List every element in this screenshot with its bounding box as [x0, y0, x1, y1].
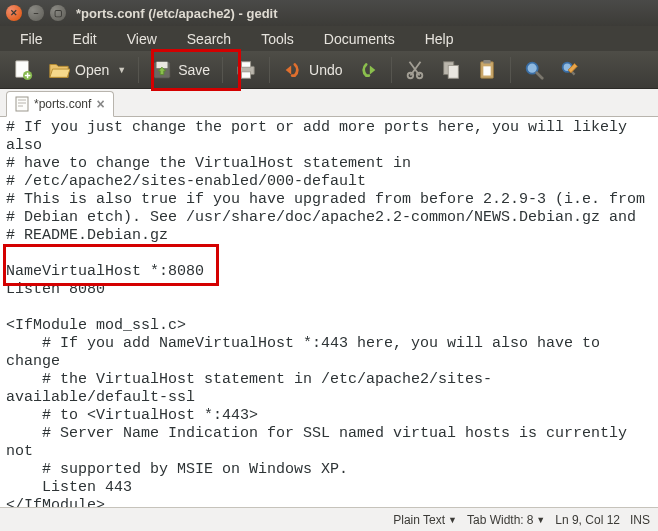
syntax-label: Plain Text [393, 513, 445, 527]
find-button[interactable] [517, 55, 551, 85]
paste-icon [476, 59, 498, 81]
cut-icon [404, 59, 426, 81]
document-tab[interactable]: *ports.conf × [6, 91, 114, 117]
window-titlebar: ✕ – ▢ *ports.conf (/etc/apache2) - gedit [0, 0, 658, 26]
svg-rect-10 [448, 65, 458, 78]
toolbar-separator [510, 57, 511, 83]
open-button[interactable]: Open ▼ [42, 55, 132, 85]
save-button[interactable]: Save [145, 55, 216, 85]
close-window-button[interactable]: ✕ [6, 5, 22, 21]
toolbar-separator [391, 57, 392, 83]
statusbar: Plain Text ▼ Tab Width: 8 ▼ Ln 9, Col 12… [0, 507, 658, 531]
chevron-down-icon: ▼ [536, 515, 545, 525]
undo-icon [282, 59, 304, 81]
cut-button[interactable] [398, 55, 432, 85]
tabwidth-label: Tab Width: [467, 513, 524, 527]
find-replace-icon [559, 59, 581, 81]
save-icon [151, 59, 173, 81]
svg-rect-12 [483, 59, 490, 63]
tab-width-selector[interactable]: Tab Width: 8 ▼ [467, 513, 545, 527]
toolbar-separator [138, 57, 139, 83]
redo-icon [357, 59, 379, 81]
toolbar: Open ▼ Save Undo [0, 51, 658, 89]
syntax-selector[interactable]: Plain Text ▼ [393, 513, 457, 527]
menu-help[interactable]: Help [411, 28, 468, 50]
find-replace-button[interactable] [553, 55, 587, 85]
maximize-window-button[interactable]: ▢ [50, 5, 66, 21]
svg-rect-16 [16, 97, 28, 111]
folder-open-icon [48, 59, 70, 81]
svg-rect-13 [483, 66, 490, 75]
paste-button[interactable] [470, 55, 504, 85]
menu-documents[interactable]: Documents [310, 28, 409, 50]
redo-button[interactable] [351, 55, 385, 85]
document-icon [15, 96, 29, 112]
tabwidth-value: 8 [527, 513, 534, 527]
open-caret-icon: ▼ [117, 65, 126, 75]
copy-icon [440, 59, 462, 81]
new-doc-icon [12, 59, 34, 81]
svg-rect-5 [242, 61, 251, 67]
print-icon [235, 59, 257, 81]
menu-view[interactable]: View [113, 28, 171, 50]
insert-mode[interactable]: INS [630, 513, 650, 527]
cursor-position: Ln 9, Col 12 [555, 513, 620, 527]
window-controls: ✕ – ▢ [6, 5, 66, 21]
copy-button[interactable] [434, 55, 468, 85]
menu-tools[interactable]: Tools [247, 28, 308, 50]
open-label: Open [75, 62, 109, 78]
toolbar-separator [222, 57, 223, 83]
chevron-down-icon: ▼ [448, 515, 457, 525]
tabbar: *ports.conf × [0, 89, 658, 117]
window-title: *ports.conf (/etc/apache2) - gedit [76, 6, 278, 21]
document-tab-label: *ports.conf [34, 97, 91, 111]
undo-label: Undo [309, 62, 342, 78]
text-editor[interactable]: # If you just change the port or add mor… [0, 117, 658, 507]
menubar: File Edit View Search Tools Documents He… [0, 26, 658, 51]
save-label: Save [178, 62, 210, 78]
toolbar-separator [269, 57, 270, 83]
undo-button[interactable]: Undo [276, 55, 348, 85]
tab-close-icon[interactable]: × [96, 96, 104, 112]
svg-rect-6 [242, 71, 251, 77]
editor-area: # If you just change the port or add mor… [0, 117, 658, 507]
new-doc-button[interactable] [6, 55, 40, 85]
menu-search[interactable]: Search [173, 28, 245, 50]
print-button[interactable] [229, 55, 263, 85]
minimize-window-button[interactable]: – [28, 5, 44, 21]
menu-file[interactable]: File [6, 28, 57, 50]
search-icon [523, 59, 545, 81]
menu-edit[interactable]: Edit [59, 28, 111, 50]
